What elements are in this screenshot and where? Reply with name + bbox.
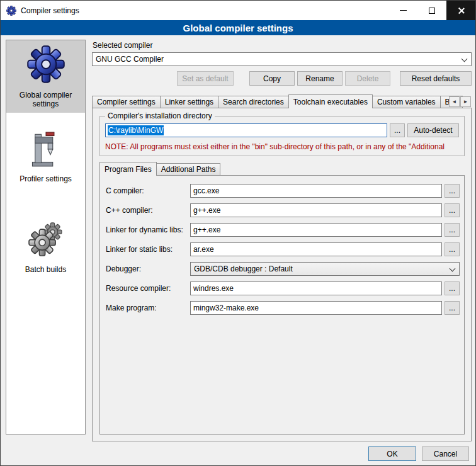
titlebar: Compiler settings [1,1,475,20]
dynamic-linker-browse-button[interactable]: ... [445,223,460,237]
cpp-compiler-label: C++ compiler: [106,206,190,215]
toolchain-subtabbar: Program Files Additional Paths [99,162,220,176]
form-row: C compiler: ... [106,184,460,198]
app-icon [6,6,16,16]
settings-sidebar: Global compiler settings Profiler settin… [6,40,86,435]
form-row: Debugger: GDB/CDB debugger : Default [106,262,460,276]
tab-search-directories[interactable]: Search directories [218,96,289,108]
form-row: Make program: ... [106,301,460,315]
make-program-label: Make program: [106,304,190,312]
auto-detect-button[interactable]: Auto-detect [407,123,459,137]
dynamic-linker-label: Linker for dynamic libs: [106,225,190,234]
rename-button[interactable]: Rename [297,71,343,86]
program-files-panel: C compiler: ... C++ compiler: ... Linker… [99,175,465,435]
tab-scroll-controls: ◄ ► [448,96,471,107]
tab-linker-settings[interactable]: Linker settings [160,96,218,108]
debugger-value: GDB/CDB debugger : Default [194,264,293,273]
selected-compiler-select[interactable]: GNU GCC Compiler [92,52,472,66]
window-controls [388,1,475,20]
debugger-select[interactable]: GDB/CDB debugger : Default [190,262,460,276]
page-title: Global compiler settings [1,20,475,35]
scroll-right-icon: ► [463,99,468,105]
make-program-browse-button[interactable]: ... [445,301,460,315]
static-linker-label: Linker for static libs: [106,245,190,254]
profiler-icon [29,132,63,167]
selected-compiler-label: Selected compiler [93,41,152,50]
main-area: Selected compiler GNU GCC Compiler Set a… [92,40,472,441]
minimize-button[interactable] [388,1,417,20]
tab-scroll-left-button[interactable]: ◄ [449,96,460,107]
static-linker-browse-button[interactable]: ... [445,242,460,256]
maximize-button[interactable] [417,1,446,20]
set-as-default-button[interactable]: Set as default [177,71,234,86]
cancel-button[interactable]: Cancel [422,446,469,461]
form-row: Linker for static libs: ... [106,242,460,256]
scroll-left-icon: ◄ [452,99,457,105]
installation-directory-input[interactable]: C:\raylib\MinGW [105,123,387,137]
sidebar-item-global-compiler-settings[interactable]: Global compiler settings [6,40,85,113]
c-compiler-label: C compiler: [106,186,190,195]
chevron-down-icon [450,266,456,272]
delete-button[interactable]: Delete [345,71,390,86]
resource-compiler-label: Resource compiler: [106,284,190,293]
batch-builds-icon [28,221,64,258]
debugger-label: Debugger: [106,264,190,273]
selected-compiler-value: GNU GCC Compiler [96,55,164,64]
dynamic-linker-input[interactable] [190,223,442,237]
installation-directory-value: C:\raylib\MinGW [108,125,164,135]
c-compiler-input[interactable] [190,184,442,198]
installation-directory-legend: Compiler's installation directory [105,111,215,120]
sidebar-item-label: Global compiler settings [8,91,84,108]
compiler-tabbar: Compiler settings Linker settings Search… [92,94,472,108]
form-row: Linker for dynamic libs: ... [106,223,460,237]
form-row: C++ compiler: ... [106,203,460,217]
make-program-input[interactable] [190,301,442,315]
installation-directory-browse-button[interactable]: ... [390,123,405,137]
tab-compiler-settings[interactable]: Compiler settings [92,96,161,108]
resource-compiler-input[interactable] [190,281,442,295]
tab-scroll-right-button[interactable]: ► [460,96,471,107]
cpp-compiler-input[interactable] [190,203,442,217]
sidebar-item-batch-builds[interactable]: Batch builds [6,216,85,278]
close-button[interactable] [446,1,475,20]
form-row: Resource compiler: ... [106,281,460,295]
installation-directory-row: C:\raylib\MinGW ... Auto-detect [105,123,459,137]
static-linker-input[interactable] [190,242,442,256]
chevron-down-icon [462,56,468,62]
sidebar-item-label: Profiler settings [20,174,72,183]
ok-button[interactable]: OK [368,446,416,461]
copy-button[interactable]: Copy [249,71,295,86]
installation-directory-group: Compiler's installation directory C:\ray… [99,116,465,156]
resource-compiler-browse-button[interactable]: ... [445,281,460,295]
close-icon [457,7,465,14]
subtab-additional-paths[interactable]: Additional Paths [156,163,221,175]
maximize-icon [429,8,435,14]
window-title: Compiler settings [21,6,79,15]
tab-custom-variables[interactable]: Custom variables [372,96,441,108]
toolchain-executables-panel: Compiler's installation directory C:\ray… [92,108,472,441]
reset-defaults-button[interactable]: Reset defaults [400,71,472,86]
programs-note: NOTE: All programs must exist either in … [105,142,463,151]
global-compiler-gear-icon [27,45,65,83]
compiler-settings-window: Compiler settings Global compiler settin… [0,0,476,466]
subtab-program-files[interactable]: Program Files [99,162,157,176]
tab-toolchain-executables[interactable]: Toolchain executables [288,94,373,108]
cpp-compiler-browse-button[interactable]: ... [445,203,460,217]
c-compiler-browse-button[interactable]: ... [445,184,460,198]
sidebar-item-label: Batch builds [25,265,66,274]
sidebar-item-profiler-settings[interactable]: Profiler settings [6,127,85,188]
minimize-icon [400,10,407,11]
